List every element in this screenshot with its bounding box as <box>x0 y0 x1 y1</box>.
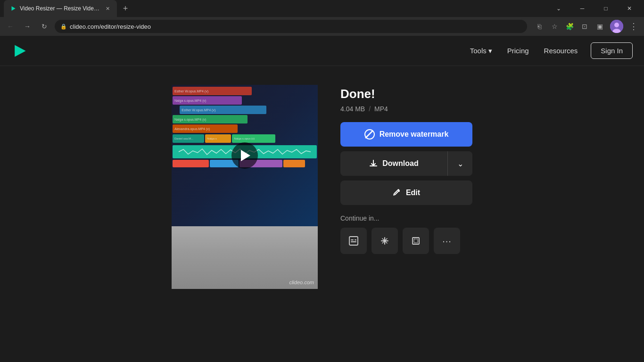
track-row: Alexandra.opus.MP4 (v) <box>173 124 238 133</box>
address-bar: ← → ↻ 🔒 clideo.com/editor/resize-video ⎗… <box>0 17 644 36</box>
svg-marker-4 <box>15 45 25 57</box>
download-label: Download <box>382 159 418 168</box>
play-icon <box>241 150 250 161</box>
action-buttons: Remove watermark Download ⌄ <box>340 122 472 205</box>
edit-label: Edit <box>406 189 420 197</box>
toolbar-icons: ⎗ ☆ 🧩 ⊡ ▣ <box>533 20 606 33</box>
svg-line-5 <box>365 131 373 138</box>
download-icon <box>369 159 378 168</box>
track-row: Esther W.opus.MP4 (v) <box>173 87 252 95</box>
back-button[interactable]: ← <box>4 20 17 33</box>
url-text: clideo.com/editor/resize-video <box>70 23 521 30</box>
share-icon[interactable]: ⎗ <box>533 20 546 33</box>
new-tab-button[interactable]: + <box>119 2 132 15</box>
security-icon: 🔒 <box>60 24 67 30</box>
app-logo[interactable] <box>11 42 28 59</box>
watermark-label: clideo.com <box>289 280 314 285</box>
svg-rect-6 <box>349 237 358 245</box>
svg-rect-11 <box>414 239 418 243</box>
tab-bar: Video Resizer — Resize Video Or... ✕ + ⌄… <box>0 0 644 17</box>
url-bar[interactable]: 🔒 clideo.com/editor/resize-video <box>55 20 527 33</box>
subtitle-icon <box>348 236 359 246</box>
track-mini-row: Daniel usa.M... Nalga s Nalga s.opus (v) <box>173 134 317 143</box>
download-dropdown-button[interactable]: ⌄ <box>448 151 472 176</box>
expand-tool-button[interactable] <box>372 228 398 254</box>
video-preview-container: Esther W.opus.MP4 (v) Nalga s.opus.MP4 (… <box>172 85 318 289</box>
chevron-down-icon: ⌄ <box>457 159 463 168</box>
sign-in-button[interactable]: Sign In <box>591 42 633 59</box>
crop-tool-button[interactable] <box>403 228 429 254</box>
subtitle-tool-button[interactable] <box>340 228 367 254</box>
video-bottom-preview: clideo.com <box>172 226 318 289</box>
tab-favicon <box>9 5 17 12</box>
extension-icon[interactable]: ⊡ <box>578 20 591 33</box>
window-controls: ⌄ ─ □ ✕ <box>548 0 640 17</box>
minimize-button[interactable]: ─ <box>571 0 593 17</box>
video-timeline-bg: Esther W.opus.MP4 (v) Nalga s.opus.MP4 (… <box>172 85 318 226</box>
app-nav: Tools ▾ Pricing Resources Sign In <box>0 36 644 66</box>
tab-close-button[interactable]: ✕ <box>104 5 111 12</box>
video-top-preview[interactable]: Esther W.opus.MP4 (v) Nalga s.opus.MP4 (… <box>172 85 318 226</box>
remove-watermark-button[interactable]: Remove watermark <box>340 122 472 147</box>
browser-chrome: Video Resizer — Resize Video Or... ✕ + ⌄… <box>0 0 644 36</box>
done-title: Done! <box>340 87 472 101</box>
svg-rect-10 <box>413 238 419 244</box>
remove-watermark-label: Remove watermark <box>380 130 449 139</box>
crop-icon <box>411 236 421 246</box>
track-row: Esther W.opus.MP4 (v) <box>180 106 266 114</box>
file-info: 4.04 MB / MP4 <box>340 105 472 113</box>
download-main-button[interactable]: Download <box>340 151 448 176</box>
tab-title: Video Resizer — Resize Video Or... <box>20 5 101 12</box>
more-tools-button[interactable]: ··· <box>434 228 460 254</box>
track-row: Nalga s.opus.MP4 (v) <box>173 115 248 123</box>
file-format: MP4 <box>374 105 388 113</box>
bookmark-icon[interactable]: ☆ <box>548 20 561 33</box>
svg-marker-0 <box>12 6 16 10</box>
svg-rect-8 <box>355 239 356 240</box>
svg-point-2 <box>614 23 619 27</box>
main-body: Esther W.opus.MP4 (v) Nalga s.opus.MP4 (… <box>0 66 644 362</box>
browser-menu-button[interactable]: ⋮ <box>627 20 640 33</box>
continue-section: Continue in... <box>340 214 472 254</box>
file-info-separator: / <box>369 105 371 113</box>
pencil-icon <box>393 189 401 197</box>
more-icon: ··· <box>442 236 452 247</box>
continue-label: Continue in... <box>340 214 472 222</box>
sidebar-icon[interactable]: ▣ <box>593 20 606 33</box>
pricing-nav-link[interactable]: Pricing <box>502 43 535 58</box>
tools-chevron-icon: ▾ <box>488 47 492 55</box>
download-button-wrapper: Download ⌄ <box>340 151 472 176</box>
close-button[interactable]: ✕ <box>619 0 640 17</box>
track-row: Nalga s.opus.MP4 (v) <box>173 96 242 105</box>
right-panel: Done! 4.04 MB / MP4 Remove watermark <box>340 85 472 254</box>
forward-button[interactable]: → <box>21 20 34 33</box>
file-size: 4.04 MB <box>340 105 365 113</box>
edit-button[interactable]: Edit <box>340 181 472 205</box>
svg-rect-9 <box>351 241 356 242</box>
tools-nav-link[interactable]: Tools ▾ <box>464 43 498 59</box>
maximize-button[interactable]: □ <box>595 0 617 17</box>
profile-avatar[interactable] <box>610 20 623 33</box>
play-button-overlay[interactable] <box>231 142 258 169</box>
tab-overflow-icon[interactable]: ⌄ <box>548 0 570 17</box>
resources-nav-link[interactable]: Resources <box>538 43 584 58</box>
continue-icons-row: ··· <box>340 228 472 254</box>
extension-puzzle-icon[interactable]: 🧩 <box>563 20 576 33</box>
nav-links: Tools ▾ Pricing Resources Sign In <box>464 42 633 59</box>
svg-rect-7 <box>351 239 354 240</box>
refresh-button[interactable]: ↻ <box>38 20 51 33</box>
app-content: Tools ▾ Pricing Resources Sign In Esther… <box>0 36 644 362</box>
active-tab[interactable]: Video Resizer — Resize Video Or... ✕ <box>4 0 117 17</box>
ban-icon <box>364 129 375 140</box>
expand-icon <box>380 236 390 246</box>
